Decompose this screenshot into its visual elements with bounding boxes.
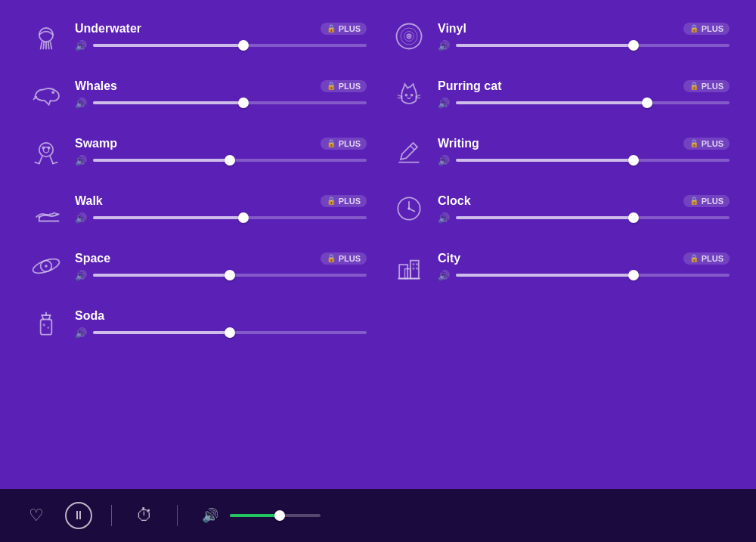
city-icon xyxy=(389,246,429,286)
volume-control: 🔊 xyxy=(197,502,321,529)
heart-button[interactable]: ♡ xyxy=(23,502,50,529)
lock-icon: 🔒 xyxy=(327,24,336,33)
clock-name: Clock xyxy=(438,194,471,208)
svg-line-11 xyxy=(35,163,39,164)
sound-item-writing: Writing 🔒 PLUS 🔊 xyxy=(378,122,741,180)
bottom-bar: ♡ ⏸ ⏱ 🔊 xyxy=(0,489,756,542)
soda-info: Soda 🔊 xyxy=(75,309,367,339)
swamp-info: Swamp 🔒 PLUS 🔊 xyxy=(75,137,367,166)
soda-volume-icon: 🔊 xyxy=(75,327,87,339)
space-icon xyxy=(26,246,66,286)
soda-icon xyxy=(26,304,66,343)
svg-line-9 xyxy=(39,156,42,163)
vinyl-plus: 🔒 PLUS xyxy=(683,23,730,35)
whales-icon xyxy=(26,74,66,113)
swamp-plus: 🔒 PLUS xyxy=(321,138,367,150)
swamp-volume-icon: 🔊 xyxy=(75,155,87,166)
sounds-grid: Underwater 🔒 PLUS 🔊 xyxy=(0,0,756,489)
svg-point-14 xyxy=(48,147,51,150)
walk-name: Walk xyxy=(75,194,103,208)
clock-volume-icon: 🔊 xyxy=(438,212,450,224)
sound-item-swamp: Swamp 🔒 PLUS 🔊 xyxy=(15,122,378,180)
svg-line-5 xyxy=(51,42,52,48)
purring-cat-slider[interactable] xyxy=(456,101,730,104)
svg-rect-47 xyxy=(416,263,418,265)
clock-plus: 🔒 PLUS xyxy=(683,195,730,207)
purring-cat-icon xyxy=(389,74,429,113)
svg-point-30 xyxy=(405,94,408,97)
svg-point-7 xyxy=(39,143,53,156)
svg-point-13 xyxy=(42,147,45,150)
underwater-icon xyxy=(26,17,66,56)
vinyl-slider[interactable] xyxy=(456,44,730,47)
whales-slider[interactable] xyxy=(93,101,367,104)
vinyl-name: Vinyl xyxy=(438,22,466,36)
svg-point-0 xyxy=(39,28,53,42)
whales-name: Whales xyxy=(75,79,117,93)
space-info: Space 🔒 PLUS 🔊 xyxy=(75,252,367,281)
writing-icon xyxy=(389,132,429,171)
writing-plus: 🔒 PLUS xyxy=(683,138,730,150)
clock-icon xyxy=(389,189,429,228)
underwater-slider[interactable] xyxy=(93,44,367,47)
vinyl-info: Vinyl 🔒 PLUS 🔊 xyxy=(438,22,730,51)
right-column: Vinyl 🔒 PLUS 🔊 xyxy=(378,8,741,482)
city-slider[interactable] xyxy=(456,274,730,277)
sound-item-underwater: Underwater 🔒 PLUS 🔊 xyxy=(15,8,378,65)
city-info: City 🔒 PLUS 🔊 xyxy=(438,252,730,281)
sound-item-city: City 🔒 PLUS 🔊 xyxy=(378,237,741,295)
soda-name: Soda xyxy=(75,309,104,323)
svg-point-17 xyxy=(45,265,48,268)
walk-plus: 🔒 PLUS xyxy=(321,195,367,207)
svg-line-37 xyxy=(411,146,415,150)
space-name: Space xyxy=(75,252,110,265)
walk-info: Walk 🔒 PLUS 🔊 xyxy=(75,194,367,224)
vinyl-icon xyxy=(389,17,429,56)
pause-button[interactable]: ⏸ xyxy=(65,502,92,529)
purring-cat-plus: 🔒 PLUS xyxy=(683,80,730,92)
walk-volume-icon: 🔊 xyxy=(75,212,87,224)
whales-volume-icon: 🔊 xyxy=(75,98,87,109)
divider-2 xyxy=(177,505,178,526)
purring-cat-volume-icon: 🔊 xyxy=(438,98,450,109)
svg-line-10 xyxy=(51,156,54,163)
volume-icon-bottom: 🔊 xyxy=(197,502,224,529)
svg-rect-49 xyxy=(416,268,418,270)
writing-slider[interactable] xyxy=(456,159,730,162)
svg-point-41 xyxy=(407,207,411,210)
svg-rect-42 xyxy=(399,265,407,278)
timer-button[interactable]: ⏱ xyxy=(131,502,158,529)
volume-slider[interactable] xyxy=(230,514,321,517)
sound-item-space: Space 🔒 PLUS 🔊 xyxy=(15,237,378,295)
svg-point-31 xyxy=(411,94,414,97)
city-plus: 🔒 PLUS xyxy=(683,252,730,265)
city-volume-icon: 🔊 xyxy=(438,270,450,281)
walk-slider[interactable] xyxy=(93,216,367,219)
left-column: Underwater 🔒 PLUS 🔊 xyxy=(15,8,378,482)
svg-line-4 xyxy=(48,42,49,48)
svg-line-12 xyxy=(53,163,57,164)
clock-info: Clock 🔒 PLUS 🔊 xyxy=(438,194,730,224)
swamp-icon xyxy=(26,132,66,171)
svg-point-6 xyxy=(51,91,54,94)
svg-rect-48 xyxy=(413,268,415,270)
clock-slider[interactable] xyxy=(456,216,730,219)
walk-icon xyxy=(26,189,66,228)
swamp-slider[interactable] xyxy=(93,159,367,162)
space-slider[interactable] xyxy=(93,274,367,277)
writing-info: Writing 🔒 PLUS 🔊 xyxy=(438,137,730,166)
svg-point-29 xyxy=(408,36,411,38)
sound-item-clock: Clock 🔒 PLUS 🔊 xyxy=(378,180,741,237)
swamp-name: Swamp xyxy=(75,137,117,150)
underwater-plus: 🔒 PLUS xyxy=(321,23,367,35)
writing-volume-icon: 🔊 xyxy=(438,155,450,166)
sound-item-whales: Whales 🔒 PLUS 🔊 xyxy=(15,65,378,122)
underwater-info: Underwater 🔒 PLUS 🔊 xyxy=(75,22,367,51)
space-volume-icon: 🔊 xyxy=(75,270,87,281)
svg-point-23 xyxy=(42,324,45,327)
soda-slider[interactable] xyxy=(93,331,367,334)
whales-info: Whales 🔒 PLUS 🔊 xyxy=(75,79,367,109)
city-name: City xyxy=(438,252,460,265)
divider-1 xyxy=(111,505,112,526)
svg-line-1 xyxy=(41,42,42,48)
